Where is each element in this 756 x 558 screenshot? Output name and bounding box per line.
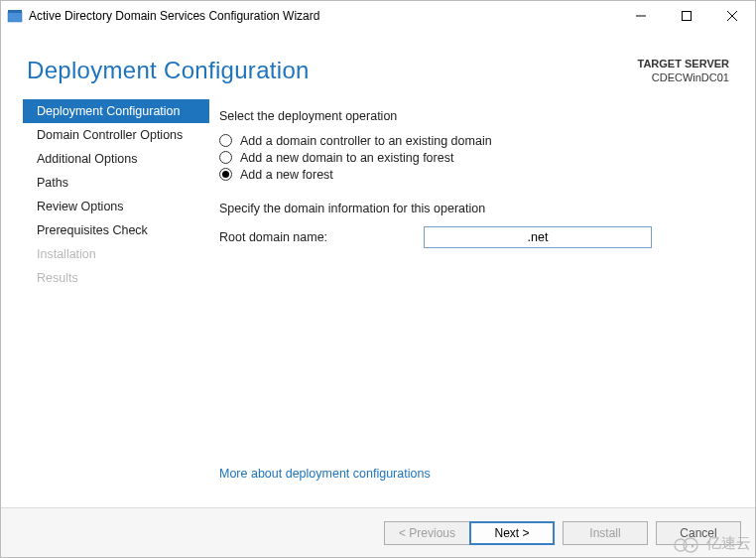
nav-button-group: < Previous Next > [384, 521, 555, 545]
title-bar: Active Directory Domain Services Configu… [1, 1, 755, 31]
page-title: Deployment Configuration [27, 57, 638, 84]
target-server-box: TARGET SERVER CDECWinDC01 [638, 57, 730, 85]
target-server-label: TARGET SERVER [638, 57, 730, 70]
select-operation-label: Select the deployment operation [219, 109, 727, 123]
step-deployment-configuration[interactable]: Deployment Configuration [23, 99, 209, 123]
radio-new-forest[interactable]: Add a new forest [219, 168, 727, 182]
radio-label: Add a domain controller to an existing d… [240, 134, 492, 148]
radio-icon [219, 134, 232, 147]
root-domain-row: Root domain name: [219, 226, 727, 248]
step-installation: Installation [23, 242, 209, 266]
deployment-operation-radios: Add a domain controller to an existing d… [219, 134, 727, 182]
cancel-button[interactable]: Cancel [656, 521, 741, 545]
step-results: Results [23, 266, 209, 290]
svg-rect-1 [8, 10, 22, 13]
svg-rect-3 [683, 12, 692, 21]
step-paths[interactable]: Paths [23, 171, 209, 195]
radio-existing-domain[interactable]: Add a domain controller to an existing d… [219, 134, 727, 148]
radio-icon [219, 151, 232, 164]
app-icon [7, 8, 23, 24]
svg-rect-0 [8, 12, 22, 22]
step-list: Deployment Configuration Domain Controll… [23, 99, 209, 496]
radio-existing-forest[interactable]: Add a new domain to an existing forest [219, 151, 727, 165]
root-domain-input[interactable] [424, 226, 652, 248]
radio-icon [219, 168, 232, 181]
window-title: Active Directory Domain Services Configu… [29, 9, 618, 23]
wizard-footer: < Previous Next > Install Cancel [1, 507, 755, 557]
specify-domain-label: Specify the domain information for this … [219, 202, 727, 215]
target-server-name: CDECWinDC01 [638, 70, 730, 84]
step-additional-options[interactable]: Additional Options [23, 147, 209, 171]
root-domain-label: Root domain name: [219, 230, 424, 244]
more-about-link[interactable]: More about deployment configurations [219, 467, 727, 481]
radio-label: Add a new domain to an existing forest [240, 151, 453, 165]
step-domain-controller-options[interactable]: Domain Controller Options [23, 123, 209, 147]
step-prerequisites-check[interactable]: Prerequisites Check [23, 218, 209, 242]
wizard-body: Deployment Configuration Domain Controll… [1, 99, 755, 496]
next-button[interactable]: Next > [469, 521, 555, 545]
maximize-button[interactable] [664, 1, 709, 31]
close-button[interactable] [709, 1, 755, 31]
radio-label: Add a new forest [240, 168, 333, 182]
wizard-header: Deployment Configuration TARGET SERVER C… [1, 31, 755, 99]
previous-button[interactable]: < Previous [384, 521, 469, 545]
step-review-options[interactable]: Review Options [23, 195, 209, 218]
window-controls [618, 1, 755, 31]
install-button[interactable]: Install [563, 521, 648, 545]
minimize-button[interactable] [618, 1, 664, 31]
content-pane: Select the deployment operation Add a do… [209, 99, 755, 496]
